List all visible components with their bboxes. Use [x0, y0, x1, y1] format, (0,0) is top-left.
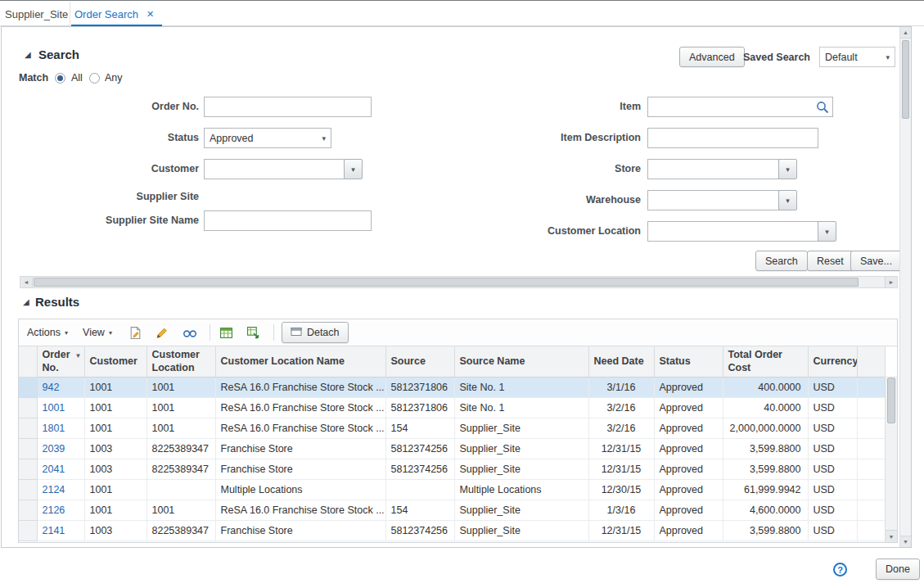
col-header-total-order-cost[interactable]: Total Order Cost	[723, 346, 808, 377]
cell-customer: 1001	[84, 500, 146, 520]
page-scroll-up-button[interactable]: ▲	[900, 27, 911, 38]
row-selector[interactable]	[19, 438, 37, 459]
status-select[interactable]: Approved ▾	[204, 128, 331, 148]
col-header-customer-location-name[interactable]: Customer Location Name	[215, 346, 385, 377]
table-scroll-down-button[interactable]: ▼	[886, 530, 897, 542]
col-header-source-name[interactable]: Source Name	[454, 346, 588, 377]
actions-menu[interactable]: Actions ▾	[27, 327, 68, 338]
match-all-radio[interactable]	[55, 73, 65, 84]
col-header-customer-location[interactable]: Customer Location	[146, 346, 215, 377]
customer-location-input[interactable]	[647, 221, 818, 242]
col-header-currency[interactable]: Currency	[808, 346, 857, 377]
order-link[interactable]: 2041	[43, 464, 65, 475]
store-dropdown-button[interactable]: ▾	[778, 159, 797, 179]
cell-customer-location: 1001	[146, 377, 215, 397]
cell-customer-location: 8225389347	[146, 438, 215, 459]
scroll-right-button[interactable]: ►	[885, 277, 897, 287]
help-icon[interactable]: ?	[833, 563, 847, 577]
table-row[interactable]: 1801 1001 1001 ReSA 16.0 Franchise Store…	[19, 418, 885, 438]
row-selector[interactable]	[19, 377, 37, 397]
cell-status: Approved	[654, 479, 723, 500]
search-horizontal-scrollbar[interactable]: ◄ ►	[20, 276, 898, 288]
table-vertical-scrollbar[interactable]: ▼	[885, 376, 897, 542]
table-row[interactable]: 1001 1001 1001 ReSA 16.0 Franchise Store…	[19, 397, 885, 418]
table-row[interactable]: 2141 1003 8225389347 Franchise Store 581…	[19, 520, 885, 541]
order-link[interactable]: 1801	[43, 423, 65, 434]
view-order-button[interactable]	[181, 323, 199, 341]
search-collapse-icon[interactable]: ◢	[25, 50, 31, 59]
warehouse-dropdown-button[interactable]: ▾	[778, 190, 797, 210]
close-icon[interactable]: ✕	[146, 9, 154, 20]
horizontal-scroll-thumb[interactable]	[34, 278, 859, 287]
scroll-left-button[interactable]: ◄	[20, 277, 33, 287]
row-selector[interactable]	[19, 418, 37, 438]
search-icon[interactable]	[815, 100, 830, 115]
actions-menu-label: Actions	[27, 327, 61, 338]
view-menu[interactable]: View ▾	[83, 327, 112, 338]
row-selector[interactable]	[19, 479, 37, 500]
order-link[interactable]: 2039	[43, 443, 65, 455]
table-row[interactable]: 2039 1003 8225389347 Franchise Store 581…	[19, 438, 885, 459]
save-search-button[interactable]: Save...	[850, 251, 902, 271]
page-vertical-scrollbar[interactable]: ▲ ▼	[899, 27, 911, 547]
tab-supplier-site[interactable]: Supplier_Site	[0, 2, 70, 26]
order-link[interactable]: 1001	[43, 402, 65, 414]
match-any-radio[interactable]	[89, 73, 100, 84]
advanced-button[interactable]: Advanced	[679, 47, 745, 67]
customer-location-dropdown-button[interactable]: ▾	[818, 221, 836, 242]
order-link[interactable]: 2141	[43, 525, 65, 536]
cell-order-no: 1801	[37, 418, 84, 438]
cell-total-order-cost: 2,000,000.0000	[723, 418, 808, 438]
item-input[interactable]	[647, 97, 833, 117]
reset-button[interactable]: Reset	[807, 251, 854, 271]
sort-descending-icon[interactable]: ▼	[75, 352, 82, 360]
cell-need-date: 1/3/16	[588, 500, 654, 520]
cell-source-name: Supplier_Site	[454, 418, 588, 438]
supplier-site-name-input[interactable]	[204, 210, 372, 231]
item-label: Item	[477, 101, 641, 112]
table-row[interactable]: 2126 1001 1001 ReSA 16.0 Franchise Store…	[19, 500, 885, 520]
store-input[interactable]	[647, 159, 779, 179]
done-button[interactable]: Done	[876, 559, 920, 580]
cell-source: 5812374256	[385, 459, 454, 479]
item-description-input[interactable]	[647, 128, 818, 148]
saved-search-select[interactable]: Default ▾	[819, 47, 895, 67]
customer-dropdown-button[interactable]: ▾	[344, 159, 363, 179]
export-to-excel-button[interactable]	[218, 323, 236, 341]
order-link[interactable]: 2126	[43, 504, 65, 516]
select-all-header[interactable]	[19, 346, 37, 377]
row-selector[interactable]	[19, 520, 37, 541]
search-button[interactable]: Search	[755, 251, 808, 271]
warehouse-input[interactable]	[647, 190, 779, 210]
table-scroll-thumb[interactable]	[887, 378, 895, 423]
create-order-button[interactable]	[127, 323, 145, 341]
order-link[interactable]: 942	[43, 382, 60, 393]
create-icon	[128, 326, 142, 340]
row-selector[interactable]	[19, 397, 37, 418]
row-selector[interactable]	[19, 459, 37, 479]
customer-input[interactable]	[204, 159, 345, 179]
page-scroll-down-button[interactable]: ▼	[900, 536, 911, 547]
col-header-order-no[interactable]: Order No. ▼	[37, 346, 84, 377]
order-link[interactable]: 2124	[43, 484, 65, 495]
col-header-status[interactable]: Status	[654, 346, 723, 377]
table-row[interactable]: 2041 1003 8225389347 Franchise Store 581…	[19, 459, 885, 479]
tab-order-search[interactable]: Order Search ✕	[71, 2, 162, 26]
cell-source-name: Site No. 1	[454, 397, 588, 418]
page-scroll-thumb[interactable]	[902, 40, 909, 119]
export-all-to-excel-button[interactable]	[245, 323, 263, 341]
table-row[interactable]: 942 1001 1001 ReSA 16.0 Franchise Store …	[19, 377, 885, 397]
results-collapse-icon[interactable]: ◢	[23, 297, 29, 306]
row-selector[interactable]	[19, 500, 37, 520]
col-header-source[interactable]: Source	[385, 346, 454, 377]
cell-source	[385, 479, 454, 500]
view-menu-label: View	[83, 327, 105, 338]
table-row[interactable]: 2124 1001 Multiple Locations Multiple Lo…	[19, 479, 885, 500]
col-header-customer[interactable]: Customer	[84, 346, 146, 377]
cell-source: 5812374256	[385, 520, 454, 541]
cell-currency: USD	[808, 459, 857, 479]
col-header-need-date[interactable]: Need Date	[588, 346, 654, 377]
edit-order-button[interactable]	[154, 323, 172, 341]
order-no-input[interactable]	[204, 97, 372, 117]
detach-button[interactable]: Detach	[282, 322, 349, 343]
